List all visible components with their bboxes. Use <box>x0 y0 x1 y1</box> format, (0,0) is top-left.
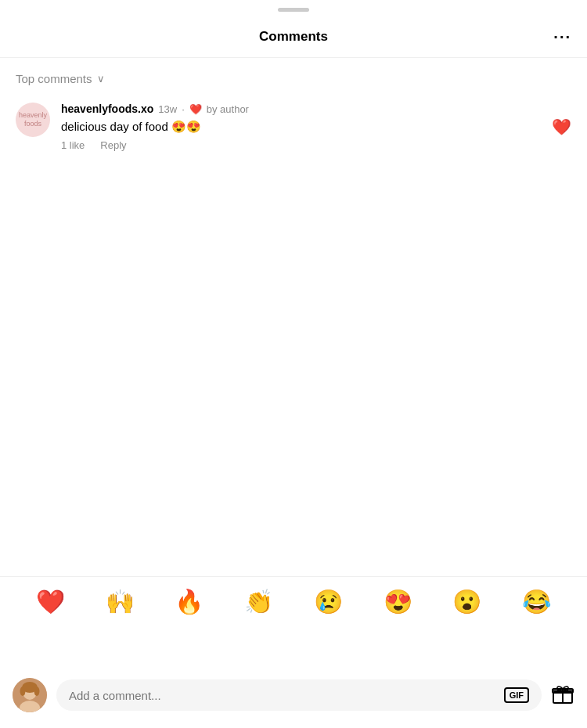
gift-button[interactable] <box>551 681 574 710</box>
filter-bar[interactable]: Top comments ∨ <box>0 58 587 95</box>
comment-input-wrapper[interactable]: GIF <box>56 679 542 711</box>
comment-content: heavenlyfoods.xo 13w · ❤️ by author deli… <box>61 103 571 151</box>
emoji-bar: ❤️ 🙌 🔥 👏 😢 😍 😮 😂 <box>0 576 587 626</box>
gif-button[interactable]: GIF <box>504 687 529 703</box>
comment-input-bar: GIF <box>0 678 587 712</box>
emoji-fire[interactable]: 🔥 <box>175 588 203 615</box>
comment-meta: heavenlyfoods.xo 13w · ❤️ by author <box>61 103 571 115</box>
emoji-raised-hands[interactable]: 🙌 <box>106 588 135 615</box>
user-avatar <box>13 678 47 712</box>
comment-username[interactable]: heavenlyfoods.xo <box>61 103 153 115</box>
header-title: Comments <box>259 29 328 45</box>
comment-text: delicious day of food 😍😍 <box>61 118 571 135</box>
more-options-button[interactable]: ··· <box>553 28 571 46</box>
table-row: heavenly foods heavenlyfoods.xo 13w · ❤️… <box>16 103 571 151</box>
comments-header: Comments ··· <box>0 16 587 58</box>
filter-label: Top comments <box>16 72 92 85</box>
comments-list: heavenly foods heavenlyfoods.xo 13w · ❤️… <box>0 95 587 151</box>
avatar[interactable]: heavenly foods <box>16 103 50 137</box>
reply-button[interactable]: Reply <box>100 139 126 151</box>
like-count[interactable]: 1 like <box>61 139 85 151</box>
emoji-heart[interactable]: ❤️ <box>36 588 65 615</box>
emoji-heart-eyes[interactable]: 😍 <box>384 588 412 615</box>
separator-dot: · <box>182 103 185 115</box>
avatar-text: heavenly foods <box>19 111 47 128</box>
drag-handle <box>278 8 309 12</box>
emoji-surprised[interactable]: 😮 <box>452 588 481 615</box>
by-author-label: by author <box>207 103 249 115</box>
emoji-clap[interactable]: 👏 <box>244 588 273 615</box>
comment-time: 13w <box>158 103 177 115</box>
svg-point-4 <box>20 687 26 696</box>
chevron-down-icon: ∨ <box>97 73 105 85</box>
comment-input[interactable] <box>69 689 496 702</box>
svg-point-5 <box>34 687 40 696</box>
author-heart-icon: ❤️ <box>189 103 202 115</box>
emoji-crying[interactable]: 😢 <box>314 588 343 615</box>
comment-actions: 1 like Reply <box>61 139 571 151</box>
modal-handle <box>0 0 587 16</box>
like-heart-button[interactable]: ❤️ <box>552 117 571 136</box>
emoji-laugh-cry[interactable]: 😂 <box>522 588 551 615</box>
